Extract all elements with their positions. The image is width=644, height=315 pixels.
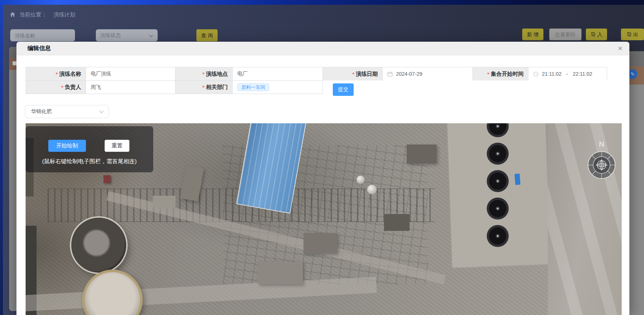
plant-select-value: 华锦化肥 [31, 108, 52, 115]
compass-icon[interactable]: N [584, 136, 619, 183]
gather-time-end: 22:11:02 [573, 71, 592, 77]
map-feature-building [384, 214, 410, 231]
drill-name-field[interactable]: 电厂演练 [86, 67, 176, 80]
drill-name-label-text: 演练名称 [59, 71, 81, 78]
drill-location-label: * 演练地点 [176, 67, 233, 80]
drill-location-value: 电厂 [237, 71, 248, 77]
background-table-header-right [629, 51, 644, 67]
required-mark: * [61, 84, 63, 90]
gather-time-start: 21:11:02 [542, 71, 561, 77]
add-button[interactable]: 新 增 [522, 29, 543, 40]
gather-time-label: * 集合开始时间 [473, 67, 528, 80]
map-feature-blue-container [515, 174, 520, 185]
plant-select[interactable]: 华锦化肥 [25, 105, 109, 118]
query-button[interactable]: 查 询 [196, 29, 218, 41]
leader-value: 周飞 [91, 84, 101, 91]
start-draw-button[interactable]: 开始绘制 [48, 140, 86, 152]
leader-label-text: 负责人 [65, 84, 81, 91]
batch-delete-button[interactable]: 批量删除 [549, 29, 581, 40]
map-aerial-view[interactable]: 开始绘制 重置 (鼠标右键绘制电子围栏，需首尾相连) N [26, 123, 622, 315]
drill-location-field[interactable]: 电厂 [233, 67, 323, 80]
drill-location-label-text: 演练地点 [206, 71, 228, 78]
drill-name-value: 电厂演练 [91, 71, 111, 77]
department-label-text: 相关部门 [206, 84, 228, 91]
drill-date-label-text: 演练日期 [356, 71, 378, 78]
dialog-header: 编辑信息 × [16, 42, 629, 55]
drill-status-select-placeholder: 演练状态 [100, 32, 121, 39]
draw-hint-text: (鼠标右键绘制电子围栏，需首尾相连) [26, 158, 153, 165]
chevron-down-icon [149, 33, 153, 38]
map-feature-sphere-tank [367, 185, 377, 194]
top-accent-strip [0, 0, 644, 5]
close-icon[interactable]: × [615, 44, 625, 53]
drill-name-label: * 演练名称 [26, 67, 86, 80]
app-screen: 当前位置： 演练计划 演练状态 查 询 新 增 批量删除 导 入 导 出 ✎ 编… [0, 0, 644, 315]
drill-form: * 演练名称 电厂演练 * 演练地点 电厂 * 演练日期 [26, 67, 607, 94]
left-accent-strip [0, 5, 3, 315]
drill-date-label: * 演练日期 [323, 67, 383, 80]
background-table-right-edge [629, 51, 644, 315]
leader-label: * 负责人 [26, 80, 86, 94]
drill-status-select[interactable]: 演练状态 [96, 29, 158, 41]
submit-button[interactable]: 提交 [333, 83, 354, 96]
gather-time-separator: - [566, 71, 568, 77]
required-mark: * [352, 71, 354, 77]
reset-button[interactable]: 重置 [105, 140, 129, 152]
fence-draw-panel: 开始绘制 重置 (鼠标右键绘制电子围栏，需首尾相连) [26, 126, 153, 172]
form-row-1: * 演练名称 电厂演练 * 演练地点 电厂 * 演练日期 [26, 67, 607, 80]
map-feature-building [407, 145, 437, 164]
map-feature-cooling-fan [487, 143, 509, 165]
required-mark: * [202, 84, 204, 90]
map-feature-cooling-fan [487, 198, 509, 220]
import-button[interactable]: 导 入 [586, 29, 607, 40]
gather-time-field[interactable]: 21:11:02 - 22:11:02 [528, 67, 607, 80]
department-field[interactable]: 原料一车间 [233, 80, 323, 94]
clock-icon [533, 71, 539, 77]
compass-north-label: N [599, 140, 604, 148]
leader-field[interactable]: 周飞 [86, 80, 176, 94]
chevron-down-icon [99, 109, 104, 115]
breadcrumb-current: 演练计划 [53, 11, 75, 18]
map-feature-building [304, 233, 337, 254]
dialog-title: 编辑信息 [27, 45, 51, 52]
required-mark: * [56, 71, 58, 77]
export-button[interactable]: 导 出 [621, 29, 644, 40]
map-feature-sphere-tank [357, 176, 365, 184]
map-feature-building [258, 262, 303, 284]
breadcrumb: 当前位置： 演练计划 [10, 11, 75, 18]
drill-name-search-input[interactable] [10, 29, 75, 41]
required-mark: * [487, 71, 489, 77]
map-feature-cooling-fan [487, 225, 509, 247]
home-icon [10, 11, 16, 18]
breadcrumb-prefix: 当前位置： [19, 11, 47, 18]
map-feature-storage-tank [71, 218, 126, 273]
map-feature-building [153, 196, 176, 207]
gather-time-label-text: 集合开始时间 [491, 71, 524, 78]
form-row-2: * 负责人 周飞 * 相关部门 原料一车间 [26, 80, 607, 94]
calendar-icon [387, 71, 393, 77]
drill-date-value: 2024-07-29 [396, 71, 422, 77]
edit-info-dialog: 编辑信息 × * 演练名称 电厂演练 * 演练地点 电厂 [16, 42, 629, 315]
department-label: * 相关部门 [176, 80, 233, 94]
department-tag: 原料一车间 [237, 83, 269, 91]
pencil-icon: ✎ [630, 71, 634, 77]
drill-date-field[interactable]: 2024-07-29 [383, 67, 473, 80]
required-mark: * [202, 71, 204, 77]
map-feature-red-roof [103, 175, 110, 183]
map-feature-cooling-fan [487, 170, 509, 192]
